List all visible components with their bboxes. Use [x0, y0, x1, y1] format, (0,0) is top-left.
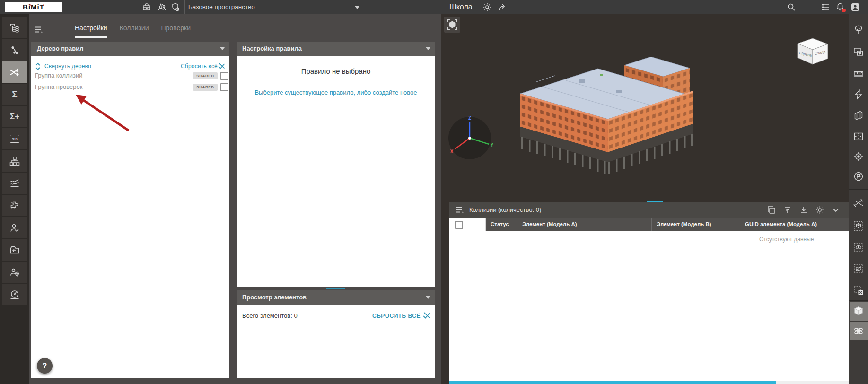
chevron-down-icon — [426, 47, 430, 50]
logo-red-dot — [29, 4, 31, 6]
tab-settings[interactable]: Настройки — [75, 24, 107, 38]
sidebar-item-user-location[interactable] — [2, 262, 27, 283]
sidebar-item-dashboard[interactable] — [2, 284, 27, 305]
elements-total-label: Всего элементов: 0 — [242, 312, 298, 319]
horizontal-scrollbar-thumb[interactable] — [449, 381, 776, 384]
flag-marker-icon[interactable] — [850, 167, 867, 185]
elements-view-header[interactable]: Просмотр элементов — [237, 290, 435, 305]
sidebar-item-structure[interactable] — [2, 150, 27, 172]
notifications-bell-icon[interactable] — [835, 2, 845, 12]
sidebar-item-model-tree[interactable] — [2, 17, 27, 38]
sigma-plus-glyph: Σ+ — [10, 112, 19, 122]
workspace-selector-label: Базовое пространство — [188, 0, 255, 14]
menu-list-icon[interactable] — [821, 2, 831, 12]
rule-tree-body: Свернуть дерево Сбросить всё Группа колл… — [31, 56, 229, 378]
tree-item-checkbox[interactable] — [220, 72, 228, 80]
axis-x-label: X — [450, 149, 454, 154]
tree-vegetation-icon[interactable] — [850, 21, 867, 39]
shield-status-icon[interactable] — [171, 2, 180, 12]
import-icon[interactable] — [783, 205, 792, 215]
floor-plan-icon[interactable] — [850, 128, 867, 146]
collapse-chevron-icon[interactable] — [831, 205, 841, 215]
orbit-rotate-icon[interactable] — [850, 322, 868, 340]
solid-cube-mode-icon[interactable] — [850, 302, 868, 321]
horizontal-scrollbar-track[interactable] — [449, 381, 849, 384]
reset-all-link[interactable]: Сбросить всё — [181, 63, 218, 70]
notification-badge — [842, 9, 846, 12]
collisions-panel: Коллизии (количество: 0) Статус Элемент … — [449, 202, 849, 384]
topbar-divider — [184, 0, 185, 14]
chevron-down-icon — [220, 47, 225, 50]
sidebar-item-sum[interactable]: Σ — [2, 84, 27, 105]
column-header-status[interactable]: Статус — [486, 218, 517, 231]
rule-settings-title: Настройка правила — [242, 45, 302, 52]
export-icon[interactable] — [799, 205, 808, 215]
rule-tree-title: Дерево правил — [37, 45, 83, 52]
collapse-tree-link[interactable]: Свернуть дерево — [44, 63, 91, 70]
select-all-checkbox[interactable] — [455, 221, 463, 229]
sidebar-item-charts[interactable] — [2, 173, 27, 194]
team-icon[interactable] — [157, 2, 167, 12]
show-eye-icon[interactable] — [850, 238, 867, 256]
axis-y-label: Y — [491, 142, 494, 148]
left-toolbar: Σ Σ+ 2D — [0, 14, 29, 384]
sidebar-item-relations[interactable] — [2, 39, 27, 61]
briefcase-icon[interactable] — [142, 2, 151, 12]
duplicate-icon[interactable] — [767, 205, 776, 215]
crossed-axes-icon[interactable] — [850, 194, 867, 212]
tree-item-checkbox[interactable] — [220, 83, 228, 91]
collisions-header: Коллизии (количество: 0) — [449, 202, 849, 218]
app-logo[interactable]: BiMiT — [5, 2, 62, 12]
focus-target-icon[interactable] — [850, 148, 867, 166]
sidebar-item-collisions-shuffle[interactable] — [2, 61, 27, 83]
tab-collisions[interactable]: Коллизии — [120, 24, 149, 38]
collapse-tree-icon[interactable] — [35, 62, 41, 70]
ruler-icon[interactable] — [850, 65, 867, 83]
sidebar-item-sum-add[interactable]: Σ+ — [2, 106, 27, 127]
account-icon[interactable] — [850, 2, 860, 12]
chevron-down-icon — [355, 6, 359, 9]
panel-menu-icon[interactable] — [34, 26, 44, 34]
panel-menu-icon[interactable] — [455, 206, 465, 214]
hide-eye-off-icon[interactable] — [850, 260, 867, 278]
rule-settings-header[interactable]: Настройка правила — [237, 42, 435, 56]
column-header-element-b[interactable]: Элемент (Модель B) — [652, 218, 740, 231]
tab-checks[interactable]: Проверки — [161, 24, 191, 38]
table-settings-icon[interactable] — [815, 205, 824, 215]
clear-selection-icon[interactable] — [850, 281, 867, 299]
rule-empty-hint-link[interactable]: Выберите существующее правило, либо созд… — [237, 89, 435, 96]
navigation-cube[interactable]: Справа Сзади — [794, 34, 833, 66]
sidebar-item-2d-view[interactable]: 2D — [2, 128, 27, 149]
reset-visibility-icon[interactable] — [422, 311, 431, 319]
reset-visibility-icon[interactable] — [218, 62, 226, 70]
settings-gear-icon[interactable] — [482, 2, 492, 12]
column-header-element-a[interactable]: Элемент (Модель A) — [517, 218, 652, 231]
column-header-guid-a[interactable]: GUID элемента (Модель A) — [740, 218, 849, 231]
flash-collision-icon[interactable] — [850, 86, 867, 104]
rule-tree-header[interactable]: Дерево правил — [31, 42, 229, 56]
share-icon[interactable] — [498, 2, 507, 12]
sidebar-item-export-folder[interactable] — [2, 239, 27, 261]
search-icon[interactable] — [787, 2, 796, 12]
chevron-down-icon — [426, 296, 430, 299]
select-all-cell — [449, 218, 486, 231]
help-button[interactable]: ? — [37, 358, 53, 374]
app-logo-text: BiMiT — [23, 3, 44, 11]
panel-splitter-handle[interactable] — [326, 288, 345, 289]
reset-all-uppercase-link[interactable]: СБРОСИТЬ ВСЁ — [372, 313, 421, 319]
logo-red-dot — [43, 4, 44, 6]
top-bar: BiMiT Базовое пространство Школа. — [0, 0, 868, 15]
topbar-divider — [776, 0, 776, 14]
shared-badge: SHARED — [193, 72, 218, 79]
2d-glyph: 2D — [10, 135, 19, 143]
sigma-glyph: Σ — [12, 89, 17, 100]
elements-view-title: Просмотр элементов — [242, 294, 307, 301]
sidebar-item-user-check[interactable] — [2, 217, 27, 238]
sidebar-item-plugins[interactable] — [2, 195, 27, 216]
focus-model-button[interactable] — [444, 17, 460, 33]
section-prism-icon[interactable] — [850, 106, 867, 124]
axis-gizmo[interactable]: Z X Y — [445, 114, 495, 165]
panel-tabs: Настройки Коллизии Проверки — [75, 24, 191, 38]
selection-overlap-icon[interactable] — [850, 43, 867, 61]
cube-selection-icon[interactable] — [850, 217, 867, 235]
